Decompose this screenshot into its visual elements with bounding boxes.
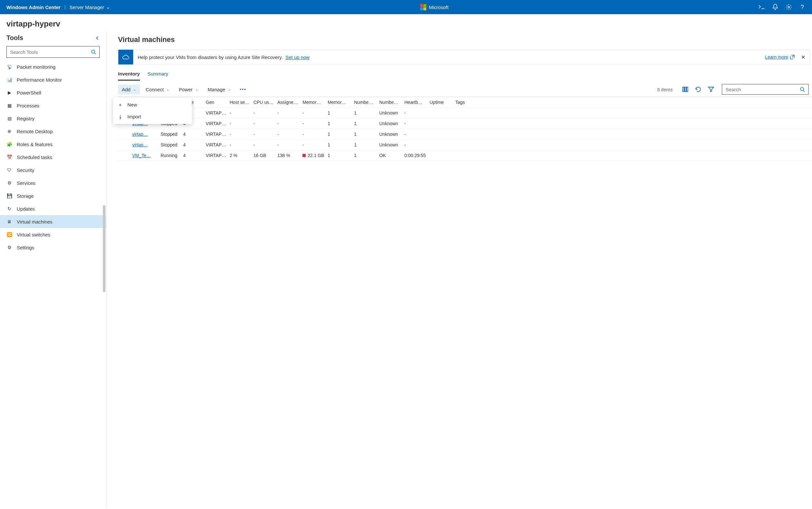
filter-icon[interactable] xyxy=(706,85,716,94)
sidebar-item-updates[interactable]: ↻Updates xyxy=(0,202,106,215)
chevron-down-icon: ⌄ xyxy=(195,88,198,92)
tool-icon: ⚙ xyxy=(6,244,12,250)
add-button[interactable]: Add⌄ xyxy=(118,84,140,95)
columns-icon[interactable] xyxy=(680,85,691,94)
sidebar-item-performance-monitor[interactable]: 📊Performance Monitor xyxy=(0,73,106,86)
connect-button[interactable]: Connect⌄ xyxy=(142,84,173,95)
sidebar-item-powershell[interactable]: ▶PowerShell xyxy=(0,86,106,99)
add-dropdown: +New⭳Import xyxy=(113,97,192,124)
server-manager-menu[interactable]: Server Manager ⌄ xyxy=(69,4,110,10)
sidebar-item-remote-desktop[interactable]: ⊕Remote Desktop xyxy=(0,125,106,138)
sidebar-item-label: Virtual machines xyxy=(17,219,52,225)
tool-icon: ⚙ xyxy=(6,180,12,186)
microsoft-logo-icon xyxy=(420,4,426,10)
tools-sidebar: Tools 📡Packet monitoring📊Performance Mon… xyxy=(0,31,106,508)
sidebar-item-registry[interactable]: ▤Registry xyxy=(0,112,106,125)
add-import-item[interactable]: ⭳Import xyxy=(113,111,192,123)
col-header[interactable]: Heartb… xyxy=(404,100,429,105)
tools-title: Tools xyxy=(6,34,23,42)
vm-name-link[interactable]: virtap… xyxy=(132,132,148,137)
sidebar-item-label: Settings xyxy=(17,245,34,250)
sidebar-item-security[interactable]: 🛡Security xyxy=(0,164,106,176)
add-new-item[interactable]: +New xyxy=(113,99,192,111)
col-header[interactable]: Memor… xyxy=(303,100,328,105)
tool-list: 📡Packet monitoring📊Performance Monitor▶P… xyxy=(0,60,106,508)
chevron-down-icon: ⌄ xyxy=(228,88,231,92)
tool-icon: 📊 xyxy=(6,77,12,82)
svg-point-5 xyxy=(801,88,804,91)
tool-icon: ▤ xyxy=(6,115,12,121)
col-header[interactable]: Assigne… xyxy=(277,100,303,105)
setup-now-link[interactable]: Set up now xyxy=(285,55,310,60)
help-icon[interactable]: ? xyxy=(799,4,806,10)
sidebar-item-label: Security xyxy=(17,167,34,173)
sidebar-item-settings[interactable]: ⚙Settings xyxy=(0,241,106,254)
console-icon[interactable] xyxy=(758,4,765,10)
svg-rect-4 xyxy=(686,87,688,92)
toolbar: Add⌄ Connect⌄ Power⌄ Manage⌄ ••• 5 items xyxy=(118,84,812,95)
sidebar-item-label: Roles & features xyxy=(17,142,52,147)
svg-point-0 xyxy=(788,6,790,8)
chevron-down-icon: ⌄ xyxy=(166,88,169,92)
sidebar-item-storage[interactable]: 💾Storage xyxy=(0,189,106,202)
search-icon xyxy=(91,49,96,55)
col-header[interactable]: Numbe… xyxy=(379,100,404,105)
table-row[interactable]: virtap…Stopped4VIRTAPP…----11Unknown- xyxy=(118,129,812,140)
tool-icon: 🛡 xyxy=(6,167,12,173)
search-tools-input[interactable] xyxy=(10,49,91,55)
sidebar-item-virtual-machines[interactable]: 🖥Virtual machines xyxy=(0,215,106,228)
more-actions-button[interactable]: ••• xyxy=(236,84,250,94)
chevron-down-icon: ⌄ xyxy=(133,88,136,92)
notifications-icon[interactable] xyxy=(772,4,778,10)
search-icon xyxy=(800,87,805,92)
import-icon: ⭳ xyxy=(118,114,123,120)
divider: | xyxy=(65,4,66,10)
svg-rect-3 xyxy=(684,87,686,92)
manage-button[interactable]: Manage⌄ xyxy=(204,84,235,95)
col-header[interactable]: Uptime xyxy=(429,100,455,105)
power-button[interactable]: Power⌄ xyxy=(175,84,202,95)
col-header[interactable]: Host se… xyxy=(230,100,253,105)
tab-summary[interactable]: Summary xyxy=(148,69,168,81)
sidebar-item-packet-monitoring[interactable]: 📡Packet monitoring xyxy=(0,60,106,73)
search-tools-field[interactable] xyxy=(6,46,100,58)
table-row[interactable]: VM_Te…Running4VIRTAPP…2 %16 GB138 %22.1 … xyxy=(118,150,812,161)
col-header[interactable]: CPU us… xyxy=(253,100,277,105)
sidebar-item-roles-features[interactable]: 🧩Roles & features xyxy=(0,138,106,150)
sidebar-item-label: Remote Desktop xyxy=(17,129,53,134)
tool-icon: 🧩 xyxy=(6,141,12,147)
table-row[interactable]: virtap…Stopped4VIRTAPP…----11Unknown- xyxy=(118,140,812,150)
sidebar-item-scheduled-tasks[interactable]: 📅Scheduled tasks xyxy=(0,150,106,164)
server-manager-label: Server Manager xyxy=(69,4,104,10)
brand-label: Microsoft xyxy=(429,4,449,10)
collapse-sidebar-button[interactable] xyxy=(95,36,100,40)
top-bar: Windows Admin Center | Server Manager ⌄ … xyxy=(0,0,812,14)
grid-header-row: NameStateGenHost se…CPU us…Assigne…Memor… xyxy=(118,97,812,108)
table-row[interactable]: virtap…VIRTAPP…----11Unknown- xyxy=(118,108,812,118)
main-content: Virtual machines Help protect your VMs f… xyxy=(106,31,812,508)
refresh-icon[interactable] xyxy=(693,84,704,94)
tool-icon: ↻ xyxy=(6,206,12,212)
col-header[interactable]: Gen xyxy=(206,100,230,105)
sidebar-item-virtual-switches[interactable]: 🔀Virtual switches xyxy=(0,228,106,241)
scrollbar[interactable] xyxy=(103,205,105,292)
vm-name-link[interactable]: VM_Te… xyxy=(132,153,151,158)
item-count: 5 items xyxy=(657,87,673,92)
col-header[interactable]: Numbe… xyxy=(354,100,379,105)
cloud-icon xyxy=(118,50,133,65)
col-header[interactable]: Memor… xyxy=(328,100,354,105)
search-input[interactable] xyxy=(726,87,800,92)
search-field[interactable] xyxy=(722,84,809,95)
settings-icon[interactable] xyxy=(785,4,792,10)
sidebar-item-processes[interactable]: ▦Processes xyxy=(0,99,106,112)
learn-more-link[interactable]: Learn more xyxy=(765,55,795,60)
sidebar-item-services[interactable]: ⚙Services xyxy=(0,176,106,189)
vm-grid: NameStateGenHost se…CPU us…Assigne…Memor… xyxy=(118,97,812,161)
vm-name-link[interactable]: virtap… xyxy=(132,142,148,147)
sidebar-item-label: Registry xyxy=(17,116,35,121)
col-header[interactable]: Tags xyxy=(455,100,471,105)
sidebar-item-label: Virtual switches xyxy=(17,232,50,237)
tab-inventory[interactable]: Inventory xyxy=(118,69,140,81)
table-row[interactable]: virtap…Stopped4VIRTAPP…----11Unknown- xyxy=(118,118,812,129)
close-banner-button[interactable]: ✕ xyxy=(801,54,805,60)
